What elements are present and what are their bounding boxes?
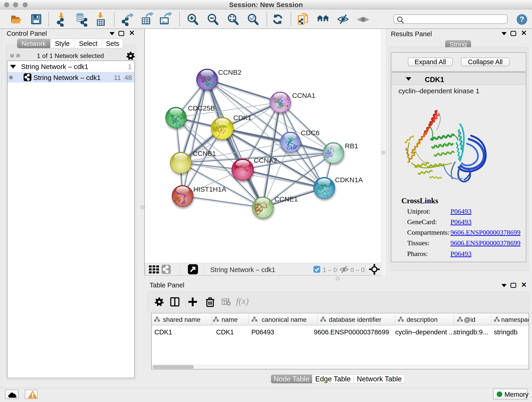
svg-text:CDK1: CDK1 xyxy=(233,114,252,121)
svg-text:CCNB1: CCNB1 xyxy=(193,150,216,157)
svg-text:CCNE1: CCNE1 xyxy=(274,195,298,203)
svg-text:CDC6: CDC6 xyxy=(301,129,320,137)
svg-text:RB1: RB1 xyxy=(345,142,358,150)
svg-text:CCNA2: CCNA2 xyxy=(254,157,277,164)
svg-text:CCNB2: CCNB2 xyxy=(218,69,241,76)
svg-text:?: ? xyxy=(520,15,525,23)
svg-text:HIST1H1A: HIST1H1A xyxy=(193,185,226,193)
svg-text:CCNA1: CCNA1 xyxy=(292,92,316,99)
svg-text:CDC25B: CDC25B xyxy=(188,104,215,112)
svg-text:CDKN1A: CDKN1A xyxy=(335,176,363,184)
